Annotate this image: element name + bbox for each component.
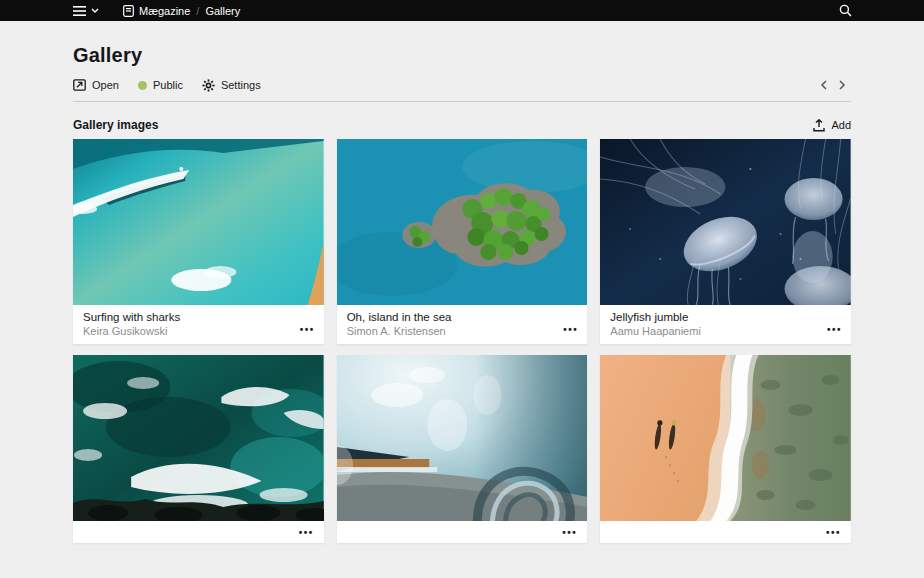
card-options-button[interactable]: •••	[300, 322, 315, 337]
card-image-breaking-wave-barrel[interactable]	[337, 355, 588, 521]
card-author: Simon A. Kristensen	[347, 324, 578, 338]
card-image-beach-aerial-two-surfers[interactable]	[600, 355, 851, 521]
settings-button[interactable]: Settings	[202, 79, 261, 92]
open-button-label: Open	[92, 79, 119, 91]
gallery-card: •••	[337, 355, 588, 543]
status-badge-label: Public	[153, 79, 183, 91]
preview-icon	[73, 79, 86, 91]
page-toolbar: Open Public Settings	[73, 78, 851, 102]
card-title: Oh, island in the sea	[347, 310, 578, 324]
chevron-left-icon	[820, 80, 828, 90]
gallery-card: •••	[600, 355, 851, 543]
status-dot-icon	[138, 81, 147, 90]
search-icon	[839, 4, 852, 17]
upload-icon	[813, 119, 825, 132]
card-author: Aamu Haapaniemi	[610, 324, 841, 338]
page-title: Gallery	[73, 44, 851, 67]
card-title: Surfing with sharks	[83, 310, 314, 324]
breadcrumb: Mægazine / Gallery	[123, 5, 240, 17]
card-footer: Oh, island in the sea Simon A. Kristense…	[337, 305, 588, 344]
status-badge-public[interactable]: Public	[138, 79, 183, 91]
card-footer: •••	[600, 521, 851, 543]
hamburger-menu-button[interactable]	[71, 4, 101, 18]
card-image-jellyfish-in-dark-sea[interactable]	[600, 139, 851, 305]
chevron-down-icon	[91, 8, 99, 13]
breadcrumb-site-link[interactable]: Mægazine	[123, 5, 190, 17]
card-footer: •••	[73, 521, 324, 543]
search-button[interactable]	[837, 2, 854, 19]
gallery-section-header: Gallery images Add	[73, 118, 851, 132]
gallery-card: Jellyfish jumble Aamu Haapaniemi •••	[600, 139, 851, 344]
open-button[interactable]: Open	[73, 79, 119, 91]
card-footer: Jellyfish jumble Aamu Haapaniemi •••	[600, 305, 851, 344]
hamburger-icon	[73, 6, 86, 16]
ocean-surf-photo	[73, 139, 324, 305]
breadcrumb-site-label: Mægazine	[139, 5, 190, 17]
card-image-aerial-turquoise-ocean-surf[interactable]	[73, 139, 324, 305]
add-button-label: Add	[831, 119, 851, 131]
card-footer: •••	[337, 521, 588, 543]
island-photo	[337, 139, 588, 305]
journal-icon	[123, 5, 134, 17]
breadcrumb-page-link[interactable]: Gallery	[205, 5, 240, 17]
page-content: Gallery Open Public	[0, 44, 924, 543]
next-page-button[interactable]	[833, 78, 851, 92]
gallery-grid: Surfing with sharks Keira Gusikowski •••	[73, 139, 851, 543]
breadcrumb-separator: /	[196, 5, 199, 17]
gallery-card: •••	[73, 355, 324, 543]
card-options-button[interactable]: •••	[563, 322, 578, 337]
gallery-card: Surfing with sharks Keira Gusikowski •••	[73, 139, 324, 344]
card-image-stormy-teal-waves-over-rocks[interactable]	[73, 355, 324, 521]
wave-barrel-photo	[337, 355, 588, 521]
card-footer: Surfing with sharks Keira Gusikowski •••	[73, 305, 324, 344]
beach-photo	[600, 355, 851, 521]
section-title: Gallery images	[73, 118, 158, 132]
jellyfish-photo	[600, 139, 851, 305]
card-title: Jellyfish jumble	[610, 310, 841, 324]
card-options-button[interactable]: •••	[826, 525, 841, 540]
breadcrumb-page-label: Gallery	[205, 5, 240, 17]
card-options-button[interactable]: •••	[299, 525, 314, 540]
prev-page-button[interactable]	[815, 78, 833, 92]
topbar: Mægazine / Gallery	[0, 0, 924, 21]
card-author: Keira Gusikowski	[83, 324, 314, 338]
gear-icon	[202, 79, 215, 92]
chevron-right-icon	[838, 80, 846, 90]
stormy-sea-photo	[73, 355, 324, 521]
card-options-button[interactable]: •••	[827, 322, 842, 337]
card-image-green-island-in-blue-sea[interactable]	[337, 139, 588, 305]
card-options-button[interactable]: •••	[562, 525, 577, 540]
add-image-button[interactable]: Add	[813, 119, 851, 132]
gallery-card: Oh, island in the sea Simon A. Kristense…	[337, 139, 588, 344]
settings-button-label: Settings	[221, 79, 261, 91]
